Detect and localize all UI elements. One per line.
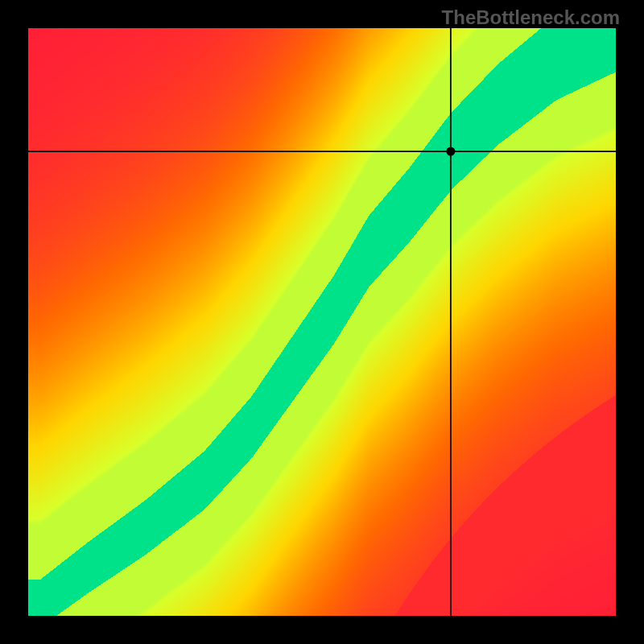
watermark-text: TheBottleneck.com (442, 6, 620, 29)
chart-container: TheBottleneck.com (0, 0, 644, 644)
heatmap-canvas (28, 28, 616, 616)
heatmap-plot (28, 28, 616, 616)
